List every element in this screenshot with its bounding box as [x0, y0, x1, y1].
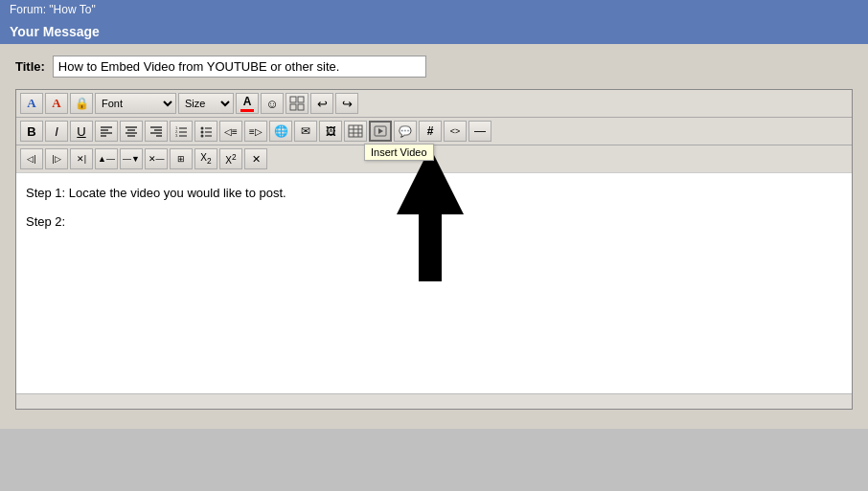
indent-more-btn[interactable]: ≡▷ — [244, 121, 267, 142]
forum-bar: Forum: "How To" — [0, 0, 868, 19]
size-select[interactable]: Size 81012 141618 2436 — [178, 93, 234, 114]
color-a-btn[interactable]: A — [236, 93, 259, 114]
your-message-header: Your Message — [0, 19, 868, 44]
editor-footer — [16, 393, 852, 409]
insert-special-btn[interactable] — [286, 93, 308, 114]
title-input[interactable] — [53, 56, 426, 78]
svg-rect-3 — [298, 104, 304, 110]
insert-table-btn[interactable] — [344, 121, 367, 142]
insert-image-btn[interactable]: 🖼 — [319, 121, 342, 142]
table-add-col-before-btn[interactable]: ◁| — [20, 148, 43, 169]
title-row: Title: — [15, 56, 853, 78]
insert-hash-btn[interactable]: # — [419, 121, 442, 142]
align-center-btn[interactable] — [120, 121, 143, 142]
svg-rect-1 — [298, 97, 304, 102]
outer-container: Title: A A 🔒 Font Arial Times New Roman — [0, 44, 868, 429]
smiley-btn[interactable]: ☺ — [261, 93, 284, 114]
insert-quote-btn[interactable]: 💬 — [394, 121, 417, 142]
redo-btn[interactable]: ↪ — [335, 93, 358, 114]
table-del-row-btn[interactable]: ✕— — [145, 148, 168, 169]
svg-marker-34 — [378, 128, 383, 134]
unordered-list-btn[interactable] — [194, 121, 217, 142]
indent-less-btn[interactable]: ◁≡ — [219, 121, 242, 142]
table-add-col-after-btn[interactable]: |▷ — [45, 148, 68, 169]
remove-format-btn[interactable]: ✕ — [244, 148, 267, 169]
svg-point-26 — [201, 135, 204, 138]
toolbar-row-1: A A 🔒 Font Arial Times New Roman Courier… — [16, 90, 852, 118]
table-merge-btn[interactable]: ⊞ — [170, 148, 193, 169]
bold-btn[interactable]: B — [20, 121, 43, 142]
subscript-btn[interactable]: X2 — [194, 148, 217, 169]
title-label: Title: — [15, 59, 45, 74]
table-del-col-btn[interactable]: ✕| — [70, 148, 93, 169]
insert-hr-btn[interactable]: — — [468, 121, 491, 142]
content-line-1: Step 1: Locate the video you would like … — [26, 183, 842, 204]
toolbar-row-2: B I U 1.2.3. ◁≡ ≡▷ 🌐 ✉ 🖼 — [16, 118, 852, 145]
format-a-red-btn[interactable]: A — [45, 93, 68, 114]
editor-wrapper: A A 🔒 Font Arial Times New Roman Courier… — [15, 89, 853, 410]
format-a-blue-btn[interactable]: A — [20, 93, 43, 114]
svg-rect-28 — [349, 125, 362, 137]
insert-email-btn[interactable]: ✉ — [294, 121, 317, 142]
insert-link-btn[interactable]: 🌐 — [269, 121, 292, 142]
svg-rect-2 — [290, 104, 296, 110]
undo-btn[interactable]: ↩ — [310, 93, 333, 114]
svg-rect-0 — [290, 97, 296, 102]
insert-video-container: Insert Video — [369, 121, 392, 142]
table-add-row-after-btn[interactable]: —▼ — [120, 148, 143, 169]
insert-video-tooltip: Insert Video — [364, 144, 434, 161]
content-line-2: Step 2: — [26, 212, 842, 233]
font-select[interactable]: Font Arial Times New Roman Courier New V… — [95, 93, 176, 114]
insert-code-btn[interactable]: <> — [444, 121, 467, 142]
svg-point-22 — [201, 127, 204, 130]
align-left-btn[interactable] — [95, 121, 118, 142]
table-add-row-before-btn[interactable]: ▲— — [95, 148, 118, 169]
align-right-btn[interactable] — [145, 121, 168, 142]
ordered-list-btn[interactable]: 1.2.3. — [170, 121, 193, 142]
superscript-btn[interactable]: X2 — [219, 148, 242, 169]
insert-video-btn[interactable] — [369, 121, 392, 142]
italic-btn[interactable]: I — [45, 121, 68, 142]
lock-btn[interactable]: 🔒 — [70, 93, 93, 114]
underline-btn[interactable]: U — [70, 121, 93, 142]
editor-content[interactable]: Step 1: Locate the video you would like … — [16, 173, 852, 393]
toolbar-row-3: ◁| |▷ ✕| ▲— —▼ ✕— ⊞ X2 X2 ✕ — [16, 145, 852, 173]
svg-point-24 — [201, 131, 204, 134]
svg-text:3.: 3. — [175, 133, 178, 138]
